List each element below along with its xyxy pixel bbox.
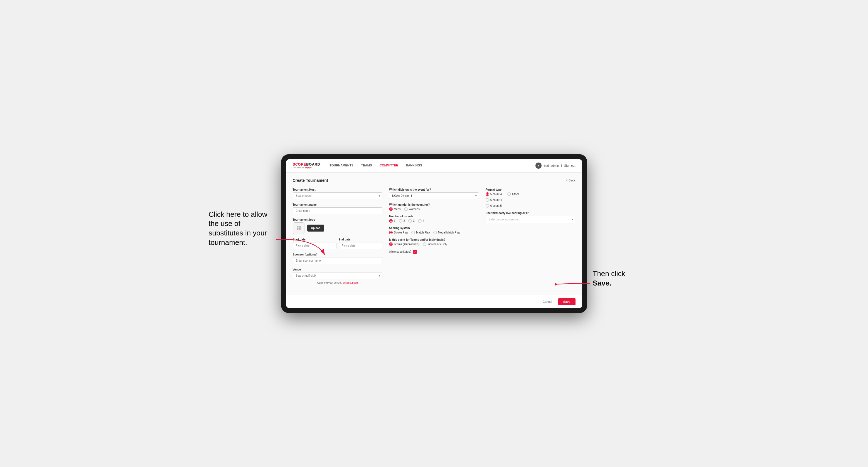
scoring-api-label: Use third-party live scoring API? (486, 212, 576, 215)
tablet-screen: SCOREBOARD Powered by clippd TOURNAMENTS… (286, 159, 582, 308)
tablet-device: SCOREBOARD Powered by clippd TOURNAMENTS… (281, 154, 587, 313)
form-column-3: Format type 5 count 4 Other (486, 188, 576, 284)
user-name: blair admin (544, 164, 559, 167)
scoring-stroke-option[interactable]: Stroke Play (389, 231, 408, 234)
sign-out-link[interactable]: Sign out (564, 164, 575, 167)
logo-area: SCOREBOARD Powered by clippd (293, 162, 320, 169)
rounds-3-radio[interactable] (408, 219, 412, 223)
allow-substitutes-checkbox[interactable] (413, 250, 417, 254)
annotation-right: Then click Save. (593, 269, 646, 288)
annotation-left: Click here to allow the use of substitut… (209, 210, 273, 247)
rounds-4-radio[interactable] (418, 219, 422, 223)
upload-button[interactable]: Upload (307, 225, 324, 231)
end-date-label: End date (339, 238, 382, 241)
footer-bar: Cancel Save (286, 295, 582, 308)
event-for-group: Is this event for Teams and/or Individua… (389, 238, 479, 246)
page-title: Create Tournament (293, 178, 328, 183)
rounds-1-option[interactable]: 1 (389, 219, 396, 223)
sponsor-input[interactable] (293, 257, 383, 264)
division-select[interactable]: NCAA Division I NCAA Division II NCAA Di… (389, 192, 479, 199)
event-individuals-option[interactable]: Individuals Only (423, 242, 447, 246)
nav-links: TOURNAMENTS TEAMS COMMITTEE RANKINGS (329, 159, 535, 173)
event-teams-option[interactable]: Teams (+Individuals) (389, 242, 420, 246)
format-6count5-option[interactable]: 6 count 5 (486, 204, 576, 208)
page-content: Create Tournament Back Tournament Host (286, 173, 582, 295)
tournament-logo-label: Tournament logo (293, 218, 383, 221)
division-group: Which division is the event for? NCAA Di… (389, 188, 479, 199)
rounds-radio-group: 1 2 3 (389, 219, 479, 223)
venue-help: Can't find your venue? email support (293, 281, 383, 284)
tournament-name-group: Tournament name (293, 203, 383, 214)
back-link[interactable]: Back (566, 179, 576, 182)
tournament-host-input[interactable] (293, 192, 383, 199)
format-type-label: Format type (486, 188, 576, 191)
pipe-separator: | (561, 164, 562, 167)
event-teams-radio[interactable] (389, 242, 393, 246)
form-grid: Tournament Host Tournament name Tourname… (293, 188, 576, 284)
tournament-host-group: Tournament Host (293, 188, 383, 199)
end-date-input[interactable] (339, 242, 382, 249)
format-options: 5 count 4 Other 6 count 4 (486, 192, 576, 208)
scoring-match-option[interactable]: Match Play (411, 231, 430, 234)
format-6count4-radio[interactable] (486, 198, 489, 202)
gender-label: Which gender is the event for? (389, 203, 479, 206)
rounds-4-option[interactable]: 4 (418, 219, 425, 223)
scoring-api-select[interactable]: Select a scoring service (486, 216, 576, 223)
form-column-1: Tournament Host Tournament name Tourname… (293, 188, 383, 284)
gender-womens-radio[interactable] (404, 207, 408, 211)
scoring-system-radio-group: Stroke Play Match Play Medal Match Play (389, 231, 479, 234)
rounds-group: Number of rounds 1 2 (389, 215, 479, 223)
event-individuals-radio[interactable] (423, 242, 426, 246)
gender-mens-radio[interactable] (389, 207, 393, 211)
scoring-system-group: Scoring system Stroke Play Match Play (389, 226, 479, 234)
scoring-medal-radio[interactable] (433, 231, 437, 234)
email-support-link[interactable]: email support (343, 281, 358, 284)
gender-womens-option[interactable]: Womens (404, 207, 420, 211)
format-5count4-radio[interactable] (486, 192, 489, 196)
dates-group: Start date End date (293, 238, 383, 249)
scoring-api-group: Use third-party live scoring API? Select… (486, 212, 576, 223)
format-other-radio[interactable] (507, 192, 511, 196)
rounds-3-option[interactable]: 3 (408, 219, 415, 223)
gender-mens-option[interactable]: Mens (389, 207, 400, 211)
user-avatar: B (535, 162, 541, 169)
format-6count5-radio[interactable] (486, 204, 489, 208)
format-other-option[interactable]: Other (507, 192, 519, 196)
tournament-host-label: Tournament Host (293, 188, 383, 191)
scoring-system-label: Scoring system (389, 226, 479, 229)
venue-group: Venue Can't find your venue? email suppo… (293, 268, 383, 284)
rounds-1-radio[interactable] (389, 219, 393, 223)
nav-link-committee[interactable]: COMMITTEE (379, 159, 399, 173)
format-5count4-option[interactable]: 5 count 4 (486, 192, 502, 196)
format-type-group: Format type 5 count 4 Other (486, 188, 576, 208)
scoring-medal-option[interactable]: Medal Match Play (433, 231, 460, 234)
logo-scoreboard: SCOREBOARD (293, 162, 320, 166)
save-button[interactable]: Save (558, 298, 576, 305)
cancel-button[interactable]: Cancel (539, 298, 556, 305)
scoring-stroke-radio[interactable] (389, 231, 393, 234)
gender-radio-group: Mens Womens (389, 207, 479, 211)
nav-link-teams[interactable]: TEAMS (361, 159, 373, 173)
tournament-name-label: Tournament name (293, 203, 383, 206)
format-6count4-option[interactable]: 6 count 4 (486, 198, 576, 202)
rounds-2-radio[interactable] (399, 219, 402, 223)
sponsor-label: Sponsor (optional) (293, 253, 383, 256)
allow-substitutes-label: Allow substitutes? (389, 250, 411, 253)
page-header: Create Tournament Back (293, 178, 576, 183)
sponsor-group: Sponsor (optional) (293, 253, 383, 264)
start-date-input[interactable] (293, 242, 337, 249)
venue-input[interactable] (293, 272, 383, 279)
gender-group: Which gender is the event for? Mens Wome… (389, 203, 479, 211)
nav-user: B blair admin | Sign out (535, 162, 575, 169)
logo-upload-area: ⛾ Upload (293, 222, 383, 234)
nav-link-rankings[interactable]: RANKINGS (405, 159, 423, 173)
form-column-2: Which division is the event for? NCAA Di… (389, 188, 479, 284)
rounds-2-option[interactable]: 2 (399, 219, 405, 223)
event-for-label: Is this event for Teams and/or Individua… (389, 238, 479, 241)
tournament-name-input[interactable] (293, 207, 383, 214)
logo-placeholder-icon: ⛾ (293, 222, 305, 234)
nav-link-tournaments[interactable]: TOURNAMENTS (329, 159, 354, 173)
rounds-label: Number of rounds (389, 215, 479, 218)
scoring-match-radio[interactable] (411, 231, 415, 234)
logo-powered: Powered by clippd (293, 166, 320, 169)
